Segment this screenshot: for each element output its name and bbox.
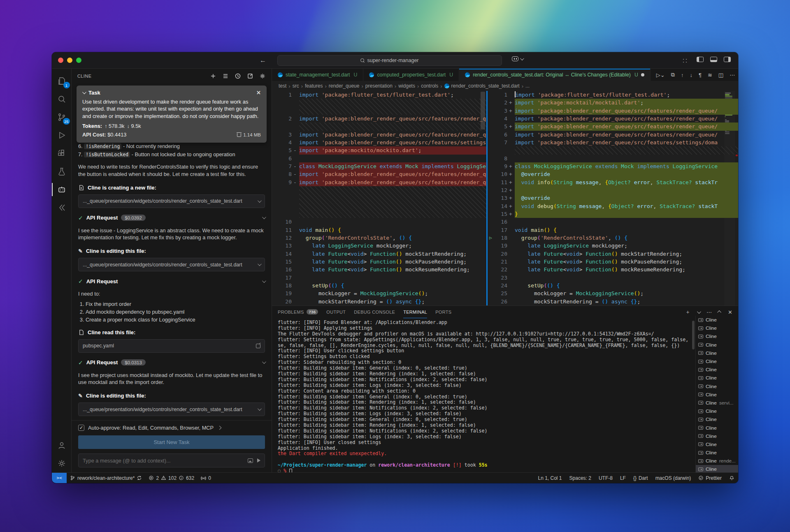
cline-view-icon[interactable] bbox=[52, 180, 72, 199]
code-line[interactable]: 22 late Future<void> Function() mockResu… bbox=[488, 266, 738, 273]
status-item-prettier[interactable]: Prettier bbox=[695, 473, 725, 483]
code-line[interactable]: 2+import 'package:mocktail/mocktail.dart… bbox=[488, 99, 738, 106]
code-line[interactable]: 5+import 'package:blender_render_queue/s… bbox=[488, 123, 738, 130]
zoom-button[interactable] bbox=[76, 58, 81, 63]
maximize-panel-icon[interactable] bbox=[718, 309, 721, 315]
code-line[interactable]: 15 late Future<void> Function() mockPaus… bbox=[272, 258, 486, 266]
send-icon[interactable] bbox=[257, 458, 260, 463]
breadcrumb-item[interactable]: render_queue bbox=[329, 83, 360, 89]
status-item-lf[interactable]: LF bbox=[616, 473, 630, 483]
split-editor-icon[interactable]: ◫ bbox=[718, 72, 723, 78]
word-wrap-icon[interactable]: ≋ bbox=[708, 72, 712, 78]
code-line[interactable]: 13+ @override bbox=[488, 194, 738, 202]
open-in-editor-icon[interactable] bbox=[247, 73, 253, 79]
api-request-row[interactable]: ✓ API Request $0.0313 bbox=[78, 359, 265, 366]
breadcrumb-item[interactable]: ... bbox=[525, 83, 530, 89]
code-line[interactable]: 23 bbox=[488, 274, 738, 282]
terminal-tab-cline[interactable]: Cline bbox=[696, 391, 738, 399]
code-line[interactable]: 1import 'package:flutter_test/flutter_te… bbox=[272, 91, 486, 99]
new-task-icon[interactable] bbox=[210, 73, 216, 79]
next-change-icon[interactable]: ↓ bbox=[690, 72, 692, 78]
breadcrumb-item[interactable]: render_controls_state_test.dart bbox=[451, 83, 520, 89]
problems-indicator[interactable]: 2 102 632 bbox=[145, 473, 198, 483]
panel-tab-ports[interactable]: PORTS bbox=[435, 306, 451, 318]
code-line[interactable]: 24 setUp(() { bbox=[488, 282, 738, 289]
chat-scroll-area[interactable]: Task ✕ Use test driven development to ma… bbox=[72, 83, 272, 420]
status-item-utf-8[interactable]: UTF-8 bbox=[595, 473, 616, 483]
collapse-task-icon[interactable] bbox=[82, 90, 86, 94]
terminal-tab-cline[interactable]: Cline bbox=[696, 374, 738, 382]
panel-tab-problems[interactable]: PROBLEMS736 bbox=[278, 306, 318, 318]
auto-approve-checkbox[interactable]: ✓ bbox=[78, 425, 84, 431]
code-line[interactable]: 18 setUp(() { bbox=[272, 282, 486, 289]
panel-tab-debug-console[interactable]: DEBUG CONSOLE bbox=[354, 306, 395, 318]
status-item-spaces-2[interactable]: Spaces: 2 bbox=[566, 473, 595, 483]
extensions-icon[interactable] bbox=[52, 144, 72, 162]
breadcrumb-item[interactable]: features bbox=[305, 83, 323, 89]
code-line[interactable]: 11+ void info(String message, {Object? e… bbox=[488, 178, 738, 186]
customize-layout-icon[interactable] bbox=[683, 57, 690, 62]
terminal-dropdown-icon[interactable] bbox=[697, 310, 701, 314]
search-view-icon[interactable] bbox=[52, 90, 72, 108]
terminal-tab-cline[interactable]: Cline bbox=[696, 382, 738, 391]
terminal-tab-cline[interactable]: Cline bbox=[696, 449, 738, 457]
command-center-search[interactable]: super-render-manager bbox=[277, 55, 502, 66]
terminal-scrollbar[interactable] bbox=[691, 318, 695, 472]
read-file-pill[interactable]: pubspec.yaml bbox=[78, 339, 265, 353]
code-line[interactable]: 19 late LoggingService mockLogger; bbox=[488, 242, 738, 250]
toggle-secondary-sidebar-icon[interactable] bbox=[724, 57, 731, 62]
code-line[interactable]: 13 late LoggingService mockLogger; bbox=[272, 242, 486, 250]
explorer-icon[interactable]: 1 bbox=[52, 72, 72, 90]
code-line[interactable]: 12 group('RenderControlsState', () { bbox=[272, 234, 486, 242]
code-line[interactable]: 12+ bbox=[488, 186, 738, 194]
toggle-sidebar-icon[interactable] bbox=[697, 57, 704, 62]
code-line[interactable]: 6 bbox=[272, 155, 486, 162]
code-line[interactable]: 8 bbox=[488, 155, 738, 162]
code-line[interactable]: 16 bbox=[488, 218, 738, 226]
code-line[interactable]: 21 late Future<void> Function() mockPaus… bbox=[488, 258, 738, 266]
breadcrumb-item[interactable]: controls bbox=[421, 83, 438, 89]
whitespace-icon[interactable]: ¶ bbox=[699, 72, 702, 78]
code-line[interactable]: 1import 'package:flutter_test/flutter_te… bbox=[488, 91, 738, 99]
mcp-servers-icon[interactable] bbox=[222, 73, 229, 79]
terminal-output[interactable]: flutter: [INFO] Found Blender at: /Appli… bbox=[272, 318, 691, 472]
status-item-dart[interactable]: {}Dart bbox=[630, 473, 652, 483]
run-debug-icon[interactable] bbox=[52, 126, 72, 144]
code-line[interactable]: 6import 'package:blender_render_queue/sr… bbox=[488, 131, 738, 139]
diff-modified-pane[interactable]: 1import 'package:flutter_test/flutter_te… bbox=[488, 91, 738, 305]
dirty-indicator[interactable] bbox=[641, 73, 644, 76]
code-line[interactable]: 7-class MockLoggingService extends Mock … bbox=[272, 162, 486, 170]
message-input[interactable]: Type a message (@ to add context)... bbox=[78, 453, 265, 467]
terminal-tab-cline[interactable]: Cline bbox=[696, 432, 738, 440]
code-line[interactable]: 3+import 'package:blender_render_queue/s… bbox=[488, 107, 738, 115]
file-path-pill[interactable]: ..._queue/presentation/widgets/controls/… bbox=[78, 258, 265, 271]
branch-indicator[interactable]: rework/clean-architecture* bbox=[67, 473, 145, 483]
status-item-ln-1-col-1[interactable]: Ln 1, Col 1 bbox=[534, 473, 566, 483]
code-line[interactable]: 17void main() { bbox=[488, 226, 738, 234]
terminal-tab-cline[interactable]: Cline bbox=[696, 407, 738, 415]
file-path-pill[interactable]: ..._queue/presentation/widgets/controls/… bbox=[78, 402, 265, 416]
terminal-tab-cline[interactable]: Cline bbox=[696, 316, 738, 324]
code-line[interactable]: 15+} bbox=[488, 210, 738, 218]
close-button[interactable] bbox=[58, 58, 63, 63]
testing-icon[interactable] bbox=[52, 162, 72, 180]
code-line[interactable]: 9-import 'package:blender_render_queue/s… bbox=[272, 178, 486, 186]
code-line[interactable]: 10+ @override bbox=[488, 170, 738, 178]
new-terminal-icon[interactable]: ＋ bbox=[685, 308, 690, 316]
code-line[interactable]: 14 late Future<void> Function() mockStar… bbox=[272, 250, 486, 258]
auto-approve-row[interactable]: ✓ Auto-approve: Read, Edit, Commands, Br… bbox=[78, 425, 265, 431]
close-task-icon[interactable]: ✕ bbox=[256, 90, 261, 96]
code-line[interactable]: 4import 'package:blender_render_queue/sr… bbox=[272, 139, 486, 146]
diff-editor[interactable]: 1import 'package:flutter_test/flutter_te… bbox=[272, 91, 738, 305]
terminal-tab-cline[interactable]: Cline bbox=[696, 349, 738, 357]
panel-tab-terminal[interactable]: TERMINAL bbox=[403, 306, 427, 318]
run-menu-icon[interactable]: ▷⌄ bbox=[656, 72, 665, 78]
status-item-macos-darwin-[interactable]: macOS (darwin) bbox=[652, 473, 695, 483]
terminal-tab-cline[interactable]: Cline bbox=[696, 423, 738, 432]
terminal-tab-cline[interactable]: Cline bbox=[696, 440, 738, 449]
code-line[interactable]: 5-import 'package:mockito/mockito.dart'; bbox=[272, 146, 486, 154]
api-request-row[interactable]: ✓ API Request bbox=[78, 278, 265, 285]
toggle-panel-icon[interactable] bbox=[710, 57, 717, 62]
more-actions-icon[interactable]: ⋯ bbox=[730, 72, 735, 78]
code-line[interactable]: 26 mockStartRendering = () async {}; bbox=[488, 298, 738, 305]
